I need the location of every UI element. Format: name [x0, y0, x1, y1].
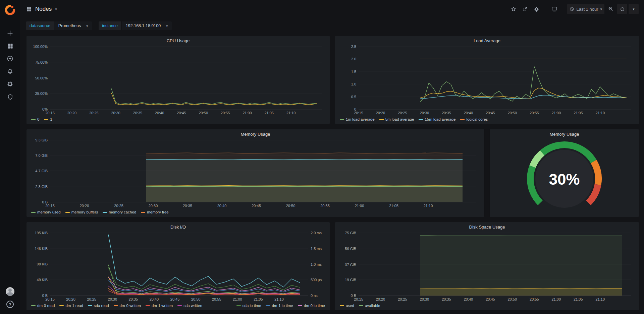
legend-label: dm-1 io time	[272, 304, 293, 308]
legend-item-used[interactable]: used	[340, 304, 354, 308]
svg-text:146 KiB: 146 KiB	[35, 247, 48, 251]
legend-item-sda-written[interactable]: sda written	[177, 304, 202, 308]
navbar-left: Nodes ▾	[26, 6, 57, 12]
panel-title[interactable]: CPU Usage	[29, 37, 327, 44]
memory-usage-graph[interactable]: 0 B2.3 GiB4.7 GiB7.0 GiB9.3 GiB20:1520:2…	[29, 137, 482, 209]
refresh-interval-dropdown[interactable]: ▾	[629, 4, 639, 14]
zoom-out-button[interactable]	[606, 4, 616, 14]
dashboard-title[interactable]: Nodes	[35, 6, 52, 12]
cycle-view-button[interactable]	[549, 4, 560, 14]
load-average-legend: 1m load average5m load average15m load a…	[338, 116, 636, 123]
legend-item-dm-1-read[interactable]: dm-1 read	[59, 304, 83, 308]
main-area: Nodes ▾	[20, 0, 644, 314]
legend-item-0[interactable]: 0	[31, 117, 39, 121]
legend-label: dm-0 written	[120, 304, 141, 308]
legend-label: dm-0 read	[37, 304, 55, 308]
svg-text:20:25: 20:25	[89, 111, 99, 115]
refresh-button[interactable]	[617, 4, 627, 14]
sidebar-alerting-button[interactable]	[3, 65, 17, 78]
legend-item-1[interactable]: 1	[44, 117, 52, 121]
legend-item-sda-io-time[interactable]: sda io time	[236, 304, 261, 308]
help-icon: ?	[6, 301, 14, 308]
variable-instance-select[interactable]: 192.168.1.18:9100 ▾	[122, 21, 172, 30]
panel-title[interactable]: Memory Usage	[29, 130, 482, 137]
chevron-down-icon: ▾	[166, 24, 168, 28]
svg-text:20:15: 20:15	[45, 297, 55, 301]
svg-text:20:50: 20:50	[508, 297, 517, 301]
legend-item-available[interactable]: available	[359, 304, 380, 308]
svg-text:20:30: 20:30	[111, 111, 120, 115]
legend-item-memory-buffers[interactable]: memory buffers	[65, 210, 98, 214]
cpu-usage-legend: 01	[29, 116, 327, 123]
legend-item-dm-0-written[interactable]: dm-0 written	[114, 304, 141, 308]
sidebar-dashboards-button[interactable]	[3, 40, 17, 52]
load-average-graph[interactable]: 00.51.01.52.02.520:1520:2020:2520:3020:3…	[338, 44, 636, 116]
share-dashboard-button[interactable]	[520, 4, 530, 14]
legend-label: sda read	[94, 304, 109, 308]
svg-text:20:50: 20:50	[191, 297, 201, 301]
panel-title[interactable]: Memory Usage	[492, 130, 636, 137]
configuration-gear-icon	[7, 81, 13, 87]
variable-datasource: datasource Prometheus ▾	[26, 21, 92, 30]
legend-item-dm-1-written[interactable]: dm-1 written	[146, 304, 173, 308]
legend-label: memory free	[147, 210, 169, 214]
panel-title[interactable]: Load Average	[338, 37, 636, 44]
legend-color-marker	[44, 119, 48, 120]
sidebar-configuration-button[interactable]	[3, 78, 17, 90]
svg-text:21:00: 21:00	[552, 297, 561, 301]
svg-text:21:05: 21:05	[574, 111, 583, 115]
sidebar-help-button[interactable]: ?	[3, 298, 17, 311]
legend-item-dm-0-io-time[interactable]: dm-0 io time	[298, 304, 325, 308]
panel-disk-io: Disk I/O 0 B49 KiB98 KiB146 KiB195 KiB0 …	[26, 222, 330, 311]
legend-item-memory-free[interactable]: memory free	[141, 210, 169, 214]
svg-text:20:40: 20:40	[217, 204, 227, 208]
refresh-icon	[620, 7, 625, 12]
svg-text:20:20: 20:20	[376, 297, 385, 301]
disk-io-legend: dm-0 readdm-1 readsda readdm-0 writtendm…	[29, 302, 327, 310]
legend-label: dm-1 written	[152, 304, 173, 308]
panel-title[interactable]: Disk I/O	[29, 223, 327, 230]
svg-text:21:00: 21:00	[355, 204, 364, 208]
variable-datasource-select[interactable]: Prometheus ▾	[54, 21, 92, 30]
legend-item-1m-load-average[interactable]: 1m load average	[340, 117, 375, 121]
svg-text:21:00: 21:00	[243, 111, 252, 115]
star-dashboard-button[interactable]	[508, 4, 519, 14]
legend-item-logical-cores[interactable]: logical cores	[460, 117, 488, 121]
sidebar-explore-button[interactable]	[3, 52, 17, 65]
zoom-out-icon	[608, 6, 613, 12]
legend-color-marker	[31, 305, 36, 306]
sidebar-server-admin-button[interactable]	[3, 90, 17, 103]
legend-item-sda-read[interactable]: sda read	[88, 304, 109, 308]
disk-space-usage-graph[interactable]: 0 B19 GiB37 GiB56 GiB75 GiB20:1520:2020:…	[338, 230, 636, 302]
svg-text:20:30: 20:30	[108, 297, 117, 301]
legend-color-marker	[340, 119, 344, 120]
legend-item-5m-load-average[interactable]: 5m load average	[379, 117, 414, 121]
star-icon	[511, 6, 516, 12]
legend-item-dm-1-io-time[interactable]: dm-1 io time	[266, 304, 293, 308]
memory-usage-gauge[interactable]: 30%	[492, 137, 636, 216]
cpu-usage-graph[interactable]: 0%25.00%50.00%75.00%100.00%20:1520:2020:…	[29, 44, 327, 116]
grafana-logo[interactable]	[3, 3, 17, 17]
legend-item-dm-0-read[interactable]: dm-0 read	[31, 304, 55, 308]
svg-text:20:35: 20:35	[442, 297, 451, 301]
variable-instance: instance 192.168.1.18:9100 ▾	[99, 21, 172, 30]
disk-io-graph[interactable]: 0 B49 KiB98 KiB146 KiB195 KiB0 ns500 µs1…	[29, 230, 327, 302]
legend-item-15m-load-average[interactable]: 15m load average	[419, 117, 455, 121]
dashboard-title-caret-icon[interactable]: ▾	[55, 7, 57, 11]
dashboard-submenu: datasource Prometheus ▾ instance 192.168…	[20, 18, 644, 34]
svg-text:2.3 GiB: 2.3 GiB	[35, 185, 48, 189]
legend-item-memory-cached[interactable]: memory cached	[103, 210, 136, 214]
sidebar-create-button[interactable]	[3, 27, 17, 40]
panel-title[interactable]: Disk Space Usage	[338, 223, 636, 230]
refresh-caret-icon: ▾	[633, 7, 635, 11]
time-range-picker[interactable]: Last 1 hour ▾	[567, 4, 604, 14]
sidebar-user-button[interactable]	[3, 285, 17, 298]
legend-item-memory-used[interactable]: memory used	[31, 210, 61, 214]
legend-color-marker	[298, 305, 302, 306]
panel-row-2: Memory Usage 0 B2.3 GiB4.7 GiB7.0 GiB9.3…	[26, 129, 639, 217]
legend-label: sda io time	[243, 304, 261, 308]
grafana-app: ? Nodes ▾	[0, 0, 644, 314]
dashboard-settings-button[interactable]	[531, 4, 542, 14]
tv-monitor-icon	[551, 6, 557, 12]
svg-text:20:45: 20:45	[252, 204, 261, 208]
